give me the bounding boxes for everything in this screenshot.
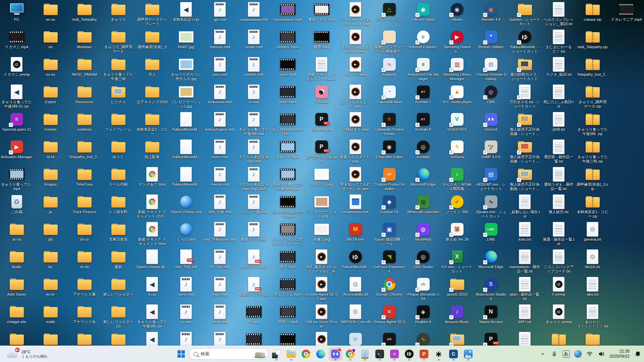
desktop-icon[interactable]: ∿↗JQuake.exe - ショートカット: [475, 194, 507, 219]
desktop-icon[interactable]: ♪PVTNd.mid: [204, 249, 236, 269]
desktop-icon[interactable]: ohhayo-.mp4: [271, 29, 304, 49]
tray-volume-icon[interactable]: [598, 349, 605, 359]
desktop-icon[interactable]: 新しいフォルダー: [102, 277, 135, 297]
taskbar-notepad-button[interactable]: [358, 347, 372, 361]
desktop-icon[interactable]: 父子キャンプ2018: [136, 84, 168, 104]
desktop-icon[interactable]: Telepathy_Inst_2...: [68, 139, 101, 159]
desktop-icon[interactable]: ♪xl.mid: [237, 84, 270, 104]
desktop-icon[interactable]: 井上ドラム.mp4: [271, 277, 304, 297]
desktop-icon[interactable]: ♪uaaaaaaaaa.mid: [237, 2, 270, 22]
desktop-icon[interactable]: 新規 テキスト ドキュメント.musicxml: [305, 57, 338, 81]
desktop-icon[interactable]: YukkuriMovieM...: [170, 139, 202, 159]
desktop-icon[interactable]: ▶HALion Sonic 01.wav: [305, 304, 338, 328]
desktop-icon[interactable]: ◍↗MuseHub: [407, 222, 439, 242]
desktop-icon[interactable]: ↗孤独なインディーゲーム開発者の一生 ...: [373, 29, 406, 54]
desktop-icon[interactable]: createdump.exe: [339, 194, 372, 214]
desktop-icon[interactable]: ▶Groove Agent SE 01.wav: [305, 277, 338, 301]
desktop-icon[interactable]: ♪rajio.mid: [204, 277, 236, 297]
desktop-icon[interactable]: ♪新規ソング.mid: [237, 222, 270, 242]
desktop-icon[interactable]: ◀9.cpr: [136, 277, 168, 297]
desktop-icon[interactable]: ja: [34, 194, 67, 214]
desktop-icon[interactable]: 井上.mp4: [271, 249, 304, 269]
desktop-icon[interactable]: きゅうり食ってた午後3時.mp4: [271, 167, 304, 191]
desktop-icon[interactable]: プレゼンテーション1.png: [305, 194, 338, 219]
desktop-icon[interactable]: ar-sa: [0, 222, 33, 242]
taskbar-weather-widget[interactable]: 9+ 28°C くもりのち晴れ: [4, 347, 50, 361]
desktop-icon[interactable]: きゅうり食ってた午後三時: [102, 57, 135, 81]
desktop-icon[interactable]: きゅうりボカコレ用サムネ.jpg: [170, 57, 202, 81]
desktop-icon[interactable]: ♪gpt.mid: [204, 2, 236, 22]
desktop-icon[interactable]: MMoZA.exe: [339, 222, 372, 242]
desktop-icon[interactable]: 名称未設定1 - コピー: [136, 112, 168, 136]
taskbar-microsoft-edge-button[interactable]: [314, 347, 327, 361]
desktop-icon[interactable]: くらび.xml: [170, 222, 202, 242]
taskbar-chatgpt-button[interactable]: ∗: [432, 347, 445, 361]
desktop-icon[interactable]: 新規 テキスト ドキュメント (2).html: [136, 194, 168, 219]
desktop-icon[interactable]: open - 親作品一覧.txt: [508, 277, 541, 301]
desktop-icon[interactable]: 無題.mp4: [305, 29, 338, 49]
desktop-icon[interactable]: ♪きゅうり食ってた午後3時.mid: [237, 112, 270, 136]
desktop-icon[interactable]: ▶: [305, 332, 338, 347]
desktop-icon[interactable]: ⊡↗Chrome Remote Desktop: [475, 57, 507, 81]
desktop-icon[interactable]: ラベル印刷: [102, 167, 135, 187]
desktop-icon[interactable]: ▶小銭詰まり.wav: [339, 112, 372, 132]
desktop-icon[interactable]: Fmp4: [237, 304, 270, 324]
desktop-icon[interactable]: きゅうり食ってた午後3時 .zip: [576, 112, 609, 136]
desktop-icon[interactable]: |||↗Keepforest File Manager: [407, 57, 439, 81]
desktop-icon[interactable]: レジ袋有料: [102, 194, 135, 214]
desktop-icon[interactable]: きゅうり: [102, 2, 135, 22]
desktop-icon[interactable]: ▤↗HDDFMT.exe - ショートカット: [475, 167, 507, 191]
desktop-icon[interactable]: zh-cn: [68, 222, 101, 242]
desktop-icon[interactable]: ≡↗Cakewalk Product Center: [373, 112, 406, 136]
desktop-icon[interactable]: 通知うぜえ.mp4: [305, 2, 338, 22]
desktop-icon[interactable]: OpenCvSharp.xml: [170, 194, 202, 214]
desktop-icon[interactable]: ▶こってゅｈｄすおｆｄｓｂふぉ.wav: [339, 2, 372, 26]
desktop-icon[interactable]: Mixdown: [68, 29, 101, 49]
desktop-icon[interactable]: 無題 - 親作品一覧.txt: [542, 222, 575, 246]
desktop-icon[interactable]: イカレマニア.mp4: [610, 2, 643, 22]
desktop-icon[interactable]: きゅうり食ってた午後三時.zip: [576, 139, 609, 164]
desktop-icon[interactable]: Resources: [68, 84, 101, 104]
desktop-icon[interactable]: zh-tw: [68, 249, 101, 269]
desktop-icon[interactable]: id-id: [34, 139, 67, 159]
desktop-icon[interactable]: 無人販売.txt: [542, 194, 575, 214]
desktop-icon[interactable]: きゅうり_調声用データ.zip: [576, 84, 609, 109]
desktop-icon[interactable]: ⚙MoZA.ini: [576, 249, 609, 269]
desktop-icon[interactable]: 名称未設定1 - コピー.zip: [576, 194, 609, 219]
desktop-icon[interactable]: ko-kr: [34, 277, 67, 297]
desktop-icon[interactable]: ♪umibe.mid: [237, 29, 270, 49]
desktop-icon[interactable]: ◍↗CMS: [475, 84, 507, 104]
desktop-icon[interactable]: だれだFXいれたやつ.mp4: [271, 194, 304, 219]
desktop-icon[interactable]: 新規 テキスト ドキュメント.html: [136, 222, 168, 246]
desktop-icon[interactable]: es: [34, 29, 67, 49]
desktop-icon[interactable]: ◥↗GeForce Experience: [373, 249, 406, 274]
desktop-icon[interactable]: 65407.jpg: [170, 29, 202, 49]
desktop-icon[interactable]: 選択肢 - 親作品一覧.txt: [542, 139, 575, 164]
desktop-icon[interactable]: ▦↗Minecraft Launcher: [407, 194, 439, 214]
desktop-icon[interactable]: ♪aorin.mid: [170, 277, 202, 297]
desktop-icon[interactable]: manisekarin - 親作品一覧.txt: [508, 249, 541, 274]
desktop-icon[interactable]: テンポあて.html: [136, 167, 168, 187]
desktop-icon[interactable]: ↗airset2-2019: [441, 277, 473, 297]
desktop-icon[interactable]: きゅうり食ってた.mp4: [0, 167, 33, 191]
desktop-icon[interactable]: Export: [34, 84, 67, 104]
desktop-icon[interactable]: ゆうと: [102, 139, 135, 159]
taskbar-app-window-squares-button[interactable]: [270, 347, 283, 361]
desktop-icon[interactable]: malib: [34, 304, 67, 324]
desktop-icon[interactable]: ✓↗ノートン 360: [441, 194, 473, 214]
desktop-icon[interactable]: 筆↗筆まめ Ver.28: [441, 222, 473, 242]
desktop-icon[interactable]: ♪タイトル未設定.tempo.orig1.mid: [237, 167, 270, 191]
desktop-icon[interactable]: ありがとう！！！！！！.txt: [576, 304, 609, 328]
desktop-icon[interactable]: CP↗Crypton Product Installer: [373, 167, 406, 191]
taskbar-start-button[interactable]: [174, 347, 188, 361]
desktop-icon[interactable]: [34, 332, 67, 347]
desktop-icon[interactable]: ⚙Accessibility.dll: [339, 277, 372, 297]
desktop-icon[interactable]: まにまにわーるど！.txt: [542, 29, 575, 54]
desktop-icon[interactable]: YukkuriMovieM...: [170, 112, 202, 132]
desktop-icon[interactable]: ▶よりうるさくなった.wav: [339, 84, 372, 109]
desktop-icon[interactable]: X↗9.5.xlsx - ショートカット: [441, 249, 473, 274]
desktop-icon[interactable]: ♪↗Amazon Music: [441, 304, 473, 324]
tray-notification-bell-icon[interactable]: z: [634, 349, 641, 359]
desktop-icon[interactable]: midi_Telepathy.zip: [576, 29, 609, 49]
desktop-icon[interactable]: PNT2↗: [475, 332, 507, 347]
